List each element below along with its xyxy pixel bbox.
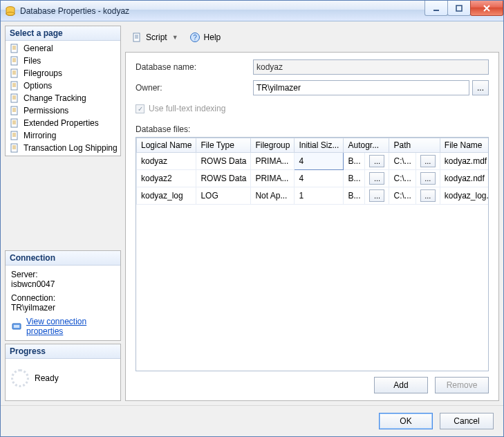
dbname-input bbox=[253, 59, 489, 75]
nav-item-extended-properties[interactable]: Extended Properties bbox=[7, 117, 119, 129]
cell-filename[interactable]: kodyaz.ndf bbox=[440, 170, 489, 187]
cell-initsize[interactable]: 1 bbox=[295, 187, 344, 205]
cell-filegroup[interactable]: PRIMA... bbox=[251, 170, 295, 187]
help-button[interactable]: ? Help bbox=[186, 30, 225, 45]
script-icon bbox=[131, 32, 142, 43]
nav-item-label: Change Tracking bbox=[24, 93, 86, 103]
svg-rect-14 bbox=[14, 325, 19, 328]
progress-value: Ready bbox=[35, 373, 59, 383]
col-path[interactable]: Path bbox=[389, 138, 440, 153]
nav-item-label: Files bbox=[24, 56, 41, 66]
cell-autogrow-btn[interactable]: ... bbox=[365, 170, 389, 187]
close-button[interactable] bbox=[470, 1, 503, 16]
page-icon bbox=[9, 118, 20, 129]
col-filegroup[interactable]: Filegroup bbox=[251, 138, 295, 153]
connection-panel: Connection Server: isbwcn0047 Connection… bbox=[5, 250, 121, 341]
cell-path-btn[interactable]: ... bbox=[416, 187, 440, 205]
nav-item-label: General bbox=[24, 44, 53, 53]
ellipsis-button[interactable]: ... bbox=[369, 155, 384, 167]
cell-initsize[interactable]: 4 bbox=[295, 170, 344, 187]
script-dropdown-icon[interactable]: ▼ bbox=[171, 34, 180, 41]
page-icon bbox=[9, 93, 20, 104]
connection-icon bbox=[11, 321, 22, 332]
titlebar[interactable]: Database Properties - kodyaz bbox=[1, 1, 503, 21]
nav-item-general[interactable]: General bbox=[7, 42, 119, 55]
nav-item-change-tracking[interactable]: Change Tracking bbox=[7, 92, 119, 104]
table-row[interactable]: kodyazROWS DataPRIMA...4B......C:\......… bbox=[137, 153, 489, 170]
nav-item-filegroups[interactable]: Filegroups bbox=[7, 67, 119, 80]
table-row[interactable]: kodyaz2ROWS DataPRIMA...4B......C:\.....… bbox=[137, 170, 489, 187]
cell-autogrow[interactable]: B... bbox=[344, 187, 365, 205]
select-page-panel: Select a page GeneralFilesFilegroupsOpti… bbox=[5, 26, 121, 156]
cell-logical[interactable]: kodyaz bbox=[137, 153, 196, 170]
cell-autogrow[interactable]: B... bbox=[344, 170, 365, 187]
remove-button: Remove bbox=[435, 377, 489, 393]
svg-rect-11 bbox=[11, 131, 17, 140]
ellipsis-button[interactable]: ... bbox=[369, 189, 384, 202]
table-row[interactable]: kodyaz_logLOGNot Ap...1B......C:\......k… bbox=[137, 187, 489, 205]
col-filename[interactable]: File Name bbox=[440, 138, 489, 153]
ok-button[interactable]: OK bbox=[379, 413, 433, 429]
ellipsis-button[interactable]: ... bbox=[420, 172, 436, 185]
nav-item-label: Permissions bbox=[24, 106, 68, 115]
script-button[interactable]: Script ▼ bbox=[128, 30, 183, 45]
svg-rect-15 bbox=[133, 33, 140, 41]
cell-filegroup[interactable]: Not Ap... bbox=[251, 187, 295, 205]
cancel-button[interactable]: Cancel bbox=[440, 413, 494, 429]
nav-item-files[interactable]: Files bbox=[7, 55, 119, 67]
col-initsize[interactable]: Initial Siz... bbox=[295, 138, 344, 153]
cell-autogrow-btn[interactable]: ... bbox=[365, 153, 389, 170]
nav-item-label: Options bbox=[24, 81, 52, 91]
cell-filename[interactable]: kodyaz_log.ldf bbox=[440, 187, 489, 205]
fulltext-label: Use full-text indexing bbox=[149, 104, 225, 113]
cell-filetype[interactable]: LOG bbox=[196, 187, 251, 205]
cell-path[interactable]: C:\... bbox=[389, 187, 416, 205]
nav-item-transaction-log-shipping[interactable]: Transaction Log Shipping bbox=[7, 142, 119, 154]
progress-panel: Progress Ready bbox=[5, 344, 121, 401]
database-files-grid[interactable]: Logical Name File Type Filegroup Initial… bbox=[136, 137, 489, 371]
nav-item-permissions[interactable]: Permissions bbox=[7, 104, 119, 117]
progress-spinner-icon bbox=[11, 369, 29, 387]
page-icon bbox=[9, 105, 20, 116]
cell-path-btn[interactable]: ... bbox=[416, 153, 440, 170]
cell-logical[interactable]: kodyaz2 bbox=[137, 170, 196, 187]
cell-filetype[interactable]: ROWS Data bbox=[196, 153, 251, 170]
view-connection-link[interactable]: View connection properties bbox=[26, 317, 115, 336]
cell-logical[interactable]: kodyaz_log bbox=[137, 187, 196, 205]
nav-item-mirroring[interactable]: Mirroring bbox=[7, 129, 119, 142]
nav-item-label: Mirroring bbox=[24, 131, 56, 140]
page-icon bbox=[9, 80, 20, 91]
ellipsis-button[interactable]: ... bbox=[420, 155, 436, 167]
cell-path[interactable]: C:\... bbox=[389, 153, 416, 170]
ellipsis-button[interactable]: ... bbox=[420, 189, 436, 202]
script-label: Script bbox=[146, 32, 167, 42]
add-button[interactable]: Add bbox=[374, 377, 428, 393]
svg-rect-6 bbox=[11, 69, 17, 77]
cell-autogrow[interactable]: B... bbox=[344, 153, 365, 170]
cell-path[interactable]: C:\... bbox=[389, 170, 416, 187]
cell-autogrow-btn[interactable]: ... bbox=[365, 187, 389, 205]
nav-item-label: Filegroups bbox=[24, 68, 62, 78]
col-logical[interactable]: Logical Name bbox=[137, 138, 196, 153]
nav-item-label: Transaction Log Shipping bbox=[24, 143, 118, 153]
database-icon bbox=[5, 6, 16, 17]
cell-initsize[interactable]: 4 bbox=[295, 153, 344, 170]
maximize-button[interactable] bbox=[447, 1, 471, 16]
cell-filename[interactable]: kodyaz.mdf bbox=[440, 153, 489, 170]
minimize-button[interactable] bbox=[424, 1, 448, 16]
owner-label: Owner: bbox=[136, 83, 253, 93]
page-icon bbox=[9, 55, 20, 66]
cell-filetype[interactable]: ROWS Data bbox=[196, 170, 251, 187]
ellipsis-button[interactable]: ... bbox=[369, 172, 384, 185]
owner-input[interactable] bbox=[253, 80, 469, 95]
owner-browse-button[interactable]: ... bbox=[472, 80, 489, 95]
svg-rect-10 bbox=[11, 119, 17, 127]
dbfiles-label: Database files: bbox=[136, 124, 489, 134]
fulltext-checkbox: ✓ bbox=[136, 104, 144, 113]
nav-item-options[interactable]: Options bbox=[7, 80, 119, 92]
cell-path-btn[interactable]: ... bbox=[416, 170, 440, 187]
dialog-window: Database Properties - kodyaz Select a pa… bbox=[0, 0, 504, 437]
cell-filegroup[interactable]: PRIMA... bbox=[251, 153, 295, 170]
col-autogrow[interactable]: Autogr... bbox=[344, 138, 389, 153]
col-filetype[interactable]: File Type bbox=[196, 138, 251, 153]
